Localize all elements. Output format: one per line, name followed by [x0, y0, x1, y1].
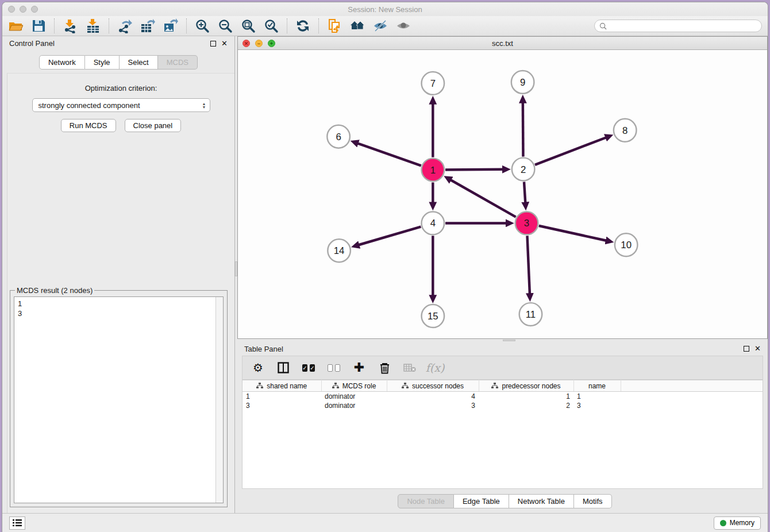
- add-column-icon[interactable]: ✚: [353, 361, 365, 374]
- column-header-successor-nodes[interactable]: successor nodes: [387, 380, 479, 392]
- run-mcds-button[interactable]: Run MCDS: [61, 119, 116, 132]
- node-table[interactable]: shared nameMCDS rolesuccessor nodesprede…: [242, 380, 763, 410]
- mcds-result-title: MCDS result (2 nodes): [15, 286, 94, 295]
- hide-selected-icon[interactable]: [373, 18, 388, 33]
- export-image-icon[interactable]: [163, 18, 178, 33]
- table-row[interactable]: 3dominator323: [242, 401, 763, 410]
- result-scrollbar[interactable]: [215, 297, 223, 503]
- apply-function-icon[interactable]: f(x): [429, 361, 441, 374]
- table-row[interactable]: 1dominator411: [242, 392, 763, 401]
- graph-node-14[interactable]: 14: [328, 239, 351, 262]
- maximize-view-icon[interactable]: +: [268, 40, 275, 47]
- vertical-splitter[interactable]: [234, 36, 237, 513]
- app-window: Session: New Session: [2, 2, 768, 532]
- minimize-window-icon[interactable]: [20, 6, 26, 13]
- graph-node-15[interactable]: 15: [422, 304, 445, 327]
- export-table-icon[interactable]: [140, 18, 155, 33]
- graph-node-11[interactable]: 11: [519, 303, 542, 326]
- graph-edge-2-3[interactable]: [524, 182, 525, 202]
- window-controls[interactable]: [8, 6, 38, 13]
- graph-edge-2-8[interactable]: [535, 137, 606, 164]
- graph-node-label: 6: [336, 132, 341, 142]
- graph-edge-3-1[interactable]: [451, 180, 515, 217]
- zoom-out-icon[interactable]: [218, 18, 233, 33]
- close-panel-icon[interactable]: ✕: [221, 41, 228, 47]
- mcds-result-box: MCDS result (2 nodes) 13: [10, 290, 228, 507]
- column-type-icon: [402, 383, 409, 389]
- column-header-MCDS-role[interactable]: MCDS role: [321, 380, 387, 392]
- deselect-all-checks-icon[interactable]: [328, 361, 340, 374]
- tab-edge-table[interactable]: Edge Table: [454, 494, 509, 508]
- graph-node-3[interactable]: 3: [515, 211, 538, 234]
- zoom-fit-icon[interactable]: [241, 18, 256, 33]
- show-all-icon[interactable]: [350, 18, 365, 33]
- graph-node-2[interactable]: 2: [512, 158, 535, 181]
- column-header-name[interactable]: name: [573, 380, 621, 392]
- graph-node-7[interactable]: 7: [422, 72, 445, 95]
- column-header-predecessor-nodes[interactable]: predecessor nodes: [479, 380, 573, 392]
- graph-node-4[interactable]: 4: [422, 211, 445, 234]
- zoom-selected-icon[interactable]: [264, 18, 279, 33]
- delete-table-icon[interactable]: [403, 361, 416, 374]
- task-history-button[interactable]: [9, 516, 25, 530]
- save-session-icon[interactable]: [31, 18, 46, 33]
- control-panel: Control Panel ✕ NetworkStyleSelectMCDS O…: [2, 36, 234, 513]
- graph-node-10[interactable]: 10: [615, 233, 638, 256]
- close-view-icon[interactable]: ✕: [242, 40, 250, 47]
- toolbar-separator: [287, 18, 287, 33]
- graph-node-9[interactable]: 9: [511, 71, 534, 94]
- import-table-icon[interactable]: [86, 18, 101, 33]
- graph-edge-1-2[interactable]: [445, 169, 503, 170]
- export-network-icon[interactable]: [117, 18, 132, 33]
- select-all-checks-icon[interactable]: ✓✓: [302, 361, 315, 374]
- tab-mcds[interactable]: MCDS: [158, 55, 198, 70]
- float-panel-icon[interactable]: [210, 41, 216, 47]
- network-graph[interactable]: 7968124314101511: [238, 50, 767, 338]
- table-toolbar: ⚙ ✓✓ ✚: [242, 356, 763, 380]
- graph-node-label: 7: [430, 78, 436, 89]
- table-settings-icon[interactable]: ⚙: [252, 361, 264, 374]
- graph-node-8[interactable]: 8: [614, 119, 637, 142]
- first-neighbors-icon[interactable]: [327, 18, 342, 33]
- tab-motifs[interactable]: Motifs: [574, 494, 612, 508]
- tab-style[interactable]: Style: [85, 55, 120, 70]
- memory-label: Memory: [730, 519, 754, 527]
- close-table-panel-icon[interactable]: ✕: [754, 346, 761, 352]
- horizontal-splitter[interactable]: [237, 339, 768, 342]
- tab-network[interactable]: Network: [39, 55, 85, 70]
- search-box[interactable]: [594, 20, 762, 32]
- graph-edge-3-11[interactable]: [528, 236, 530, 294]
- refresh-layout-icon[interactable]: [295, 18, 310, 33]
- minimize-view-icon[interactable]: −: [255, 40, 263, 47]
- import-network-icon[interactable]: [63, 18, 78, 33]
- graph-node-label: 10: [621, 240, 632, 250]
- column-header-shared-name[interactable]: shared name: [242, 380, 321, 392]
- graph-edge-1-6[interactable]: [358, 144, 421, 166]
- search-input[interactable]: [610, 22, 757, 30]
- tab-network-table[interactable]: Network Table: [509, 494, 574, 508]
- mcds-panel: Optimization criterion: strongly connect…: [7, 73, 234, 513]
- tab-select[interactable]: Select: [120, 55, 158, 70]
- graph-edge-2-9[interactable]: [523, 103, 523, 157]
- zoom-in-icon[interactable]: [195, 18, 210, 33]
- graph-node-6[interactable]: 6: [327, 125, 350, 148]
- memory-status-icon: [720, 520, 726, 526]
- optimization-criterion-select[interactable]: strongly connected component ▲▼: [32, 98, 210, 112]
- tab-node-table[interactable]: Node Table: [398, 494, 454, 508]
- maximize-window-icon[interactable]: [31, 6, 38, 13]
- memory-button[interactable]: Memory: [714, 516, 761, 530]
- close-panel-button[interactable]: Close panel: [125, 119, 182, 132]
- table-panel-title: Table Panel: [244, 345, 744, 353]
- close-window-icon[interactable]: [8, 6, 15, 13]
- show-hidden-icon[interactable]: [396, 18, 411, 33]
- graph-edge-4-14[interactable]: [359, 227, 421, 245]
- toolbar-separator: [318, 18, 319, 33]
- graph-node-1[interactable]: 1: [422, 159, 445, 182]
- graph-edge-3-10[interactable]: [539, 226, 606, 241]
- split-columns-icon[interactable]: [277, 361, 290, 374]
- open-session-icon[interactable]: [8, 18, 23, 33]
- delete-column-icon[interactable]: [378, 361, 391, 374]
- float-table-panel-icon[interactable]: [744, 346, 749, 352]
- network-canvas[interactable]: 7968124314101511: [238, 50, 767, 338]
- control-panel-title: Control Panel: [9, 39, 210, 48]
